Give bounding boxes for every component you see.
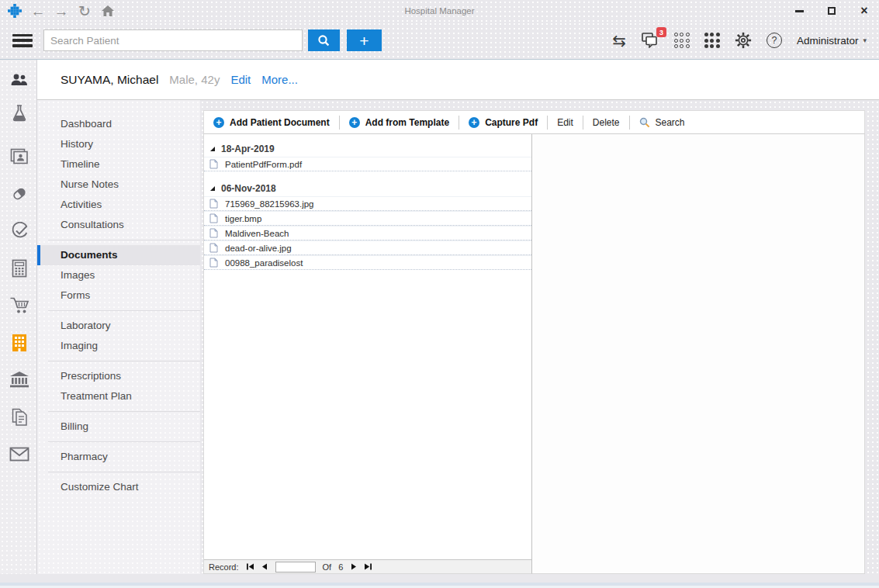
minimize-icon bbox=[795, 10, 804, 12]
patient-more-link[interactable]: More... bbox=[261, 73, 298, 86]
add-patient-document-button[interactable]: + Add Patient Document bbox=[210, 117, 333, 128]
sidebar-separator bbox=[48, 361, 200, 361]
search-button[interactable] bbox=[308, 29, 340, 51]
hamburger-menu-icon[interactable] bbox=[12, 34, 33, 47]
photo-id-icon[interactable] bbox=[9, 147, 29, 167]
file-icon bbox=[209, 159, 218, 169]
sidebar-item-treatment-plan[interactable]: Treatment Plan bbox=[37, 386, 200, 406]
app-toolbar: + ⇆ 3 bbox=[0, 22, 879, 60]
sidebar-item-history[interactable]: History bbox=[37, 134, 200, 154]
record-first-button[interactable] bbox=[246, 563, 254, 570]
magnifier-icon bbox=[639, 117, 650, 128]
delete-button[interactable]: Delete bbox=[590, 117, 623, 128]
lab-flask-icon[interactable] bbox=[9, 103, 29, 123]
sidebar-item-images[interactable]: Images bbox=[37, 265, 200, 285]
sidebar-item-laboratory[interactable]: Laboratory bbox=[37, 316, 200, 336]
toolbar-separator bbox=[459, 116, 459, 130]
add-patient-button[interactable]: + bbox=[347, 29, 382, 51]
sidebar-separator bbox=[48, 240, 200, 240]
toolbar-separator bbox=[339, 116, 340, 130]
record-next-button[interactable] bbox=[350, 563, 357, 570]
sidebar-item-nurse-notes[interactable]: Nurse Notes bbox=[37, 175, 200, 195]
sidebar-separator bbox=[48, 472, 200, 472]
check-circle-icon[interactable] bbox=[9, 221, 29, 241]
sidebar-item-documents[interactable]: Documents bbox=[37, 245, 200, 265]
sidebar-item-pharmacy[interactable]: Pharmacy bbox=[37, 447, 200, 467]
titlebar: ← → ↻ Hospital Manager × bbox=[0, 0, 879, 22]
pill-icon[interactable] bbox=[9, 184, 29, 204]
sidebar-item-consultations[interactable]: Consultations bbox=[37, 215, 200, 235]
capture-pdf-label: Capture Pdf bbox=[485, 117, 538, 128]
apps-grid-filled-icon[interactable] bbox=[704, 33, 720, 48]
copy-documents-icon[interactable] bbox=[9, 407, 29, 427]
back-button[interactable]: ← bbox=[28, 2, 48, 19]
document-group-header[interactable]: 18-Apr-2019 bbox=[204, 140, 531, 157]
file-name: dead-or-alive.jpg bbox=[225, 244, 292, 253]
patient-banner: SUYAMA, Michael Male, 42y Edit More... bbox=[37, 60, 879, 100]
bank-icon[interactable] bbox=[9, 369, 29, 389]
mail-icon[interactable] bbox=[9, 444, 29, 464]
messages-badge: 3 bbox=[656, 27, 666, 37]
search-documents-label: Search bbox=[656, 117, 685, 128]
forward-button[interactable]: → bbox=[51, 2, 71, 19]
toolbar-separator bbox=[629, 116, 630, 130]
record-prev-button[interactable] bbox=[261, 563, 268, 570]
document-row[interactable]: Maldiven-Beach bbox=[204, 226, 531, 240]
sidebar-item-imaging[interactable]: Imaging bbox=[37, 336, 200, 356]
sidebar-separator bbox=[48, 310, 200, 311]
documents-toolbar: + Add Patient Document + Add from Templa… bbox=[203, 110, 865, 134]
document-list-panel: 18-Apr-2019 PatientPdf bbox=[203, 134, 532, 574]
record-last-button[interactable] bbox=[364, 563, 372, 570]
patients-icon[interactable] bbox=[9, 70, 29, 90]
apps-grid-outline-icon[interactable] bbox=[674, 33, 690, 48]
icon-rail bbox=[0, 60, 37, 574]
sidebar-item-billing[interactable]: Billing bbox=[37, 417, 200, 437]
refresh-button[interactable]: ↻ bbox=[74, 2, 95, 19]
document-row[interactable]: tiger.bmp bbox=[204, 211, 531, 226]
calculator-icon[interactable] bbox=[9, 258, 29, 278]
swap-transfer-icon[interactable]: ⇆ bbox=[612, 33, 626, 49]
sidebar-item-dashboard[interactable]: Dashboard bbox=[37, 114, 200, 134]
search-documents-button[interactable]: Search bbox=[636, 117, 688, 128]
plus-icon: + bbox=[213, 117, 224, 128]
sidebar-item-prescriptions[interactable]: Prescriptions bbox=[37, 366, 200, 386]
hospital-building-icon[interactable] bbox=[9, 333, 29, 353]
file-name: tiger.bmp bbox=[225, 214, 261, 223]
record-label: Record: bbox=[209, 562, 239, 572]
sidebar-item-customize-chart[interactable]: Customize Chart bbox=[37, 477, 200, 497]
file-name: 00988_paradiselost bbox=[225, 258, 303, 268]
sidebar-item-timeline[interactable]: Timeline bbox=[37, 154, 200, 175]
maximize-button[interactable] bbox=[825, 4, 839, 18]
document-row[interactable]: dead-or-alive.jpg bbox=[204, 240, 531, 255]
toolbar-separator bbox=[547, 116, 548, 130]
patient-edit-link[interactable]: Edit bbox=[230, 73, 251, 86]
search-input[interactable] bbox=[43, 29, 303, 51]
sidebar-item-forms[interactable]: Forms bbox=[37, 285, 200, 306]
messages-icon[interactable]: 3 bbox=[641, 33, 659, 48]
record-number-input[interactable] bbox=[275, 562, 316, 572]
document-row[interactable]: 715969_88215963.jpg bbox=[204, 196, 531, 211]
add-patient-document-label: Add Patient Document bbox=[230, 117, 330, 128]
sidebar-item-activities[interactable]: Activities bbox=[37, 195, 200, 215]
edit-button[interactable]: Edit bbox=[554, 117, 576, 128]
help-icon[interactable]: ? bbox=[767, 33, 782, 48]
settings-gear-icon[interactable] bbox=[735, 32, 752, 49]
plus-icon: + bbox=[469, 117, 479, 128]
documents-content: + Add Patient Document + Add from Templa… bbox=[200, 100, 879, 574]
window-title: Hospital Manager bbox=[0, 6, 879, 16]
document-group-header[interactable]: 06-Nov-2018 bbox=[204, 180, 531, 196]
file-icon bbox=[209, 258, 218, 268]
minimize-button[interactable] bbox=[792, 4, 806, 18]
capture-pdf-button[interactable]: + Capture Pdf bbox=[465, 117, 541, 128]
close-button[interactable]: × bbox=[857, 4, 871, 18]
add-from-template-button[interactable]: + Add from Template bbox=[346, 117, 452, 128]
record-of-label: Of bbox=[323, 562, 332, 572]
file-icon bbox=[209, 213, 218, 223]
document-row[interactable]: PatientPdfForm.pdf bbox=[204, 157, 531, 171]
app-logo-icon bbox=[8, 4, 22, 18]
user-dropdown[interactable]: Administrator ▾ bbox=[797, 35, 867, 47]
cart-icon[interactable] bbox=[9, 296, 29, 316]
home-button[interactable] bbox=[98, 2, 118, 19]
document-row[interactable]: 00988_paradiselost bbox=[204, 255, 531, 270]
file-name: Maldiven-Beach bbox=[225, 229, 289, 238]
